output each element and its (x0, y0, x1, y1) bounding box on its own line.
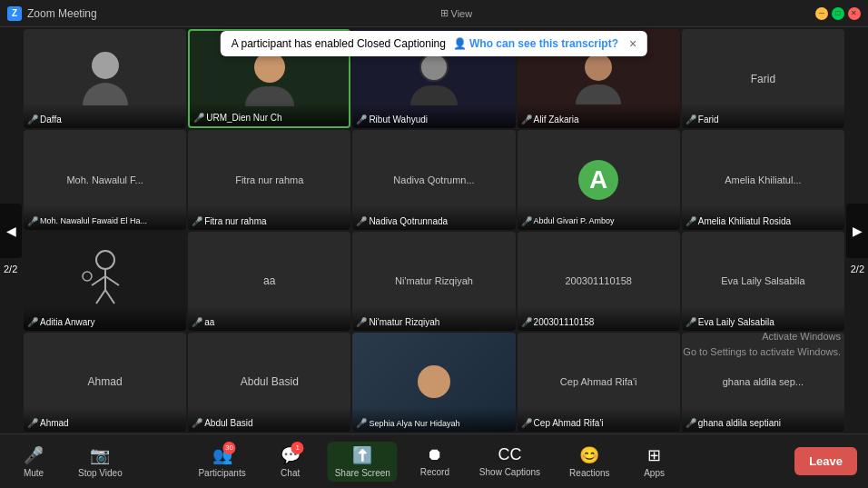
mic-muted-icon: 🎤 (27, 115, 38, 124)
video-grid: 🎤 Daffa 🎤 URM_Dien Nur Ch (0, 27, 868, 433)
apps-button[interactable]: ⊞ Apps (632, 442, 677, 482)
chat-badge: 1 (291, 442, 304, 454)
mic-icon: 🎤 (521, 216, 532, 226)
video-cell-sephia: 🎤 Sephia Alya Nur Hidayah (352, 333, 515, 432)
stop-video-label: Stop Video (78, 468, 123, 478)
apps-label: Apps (644, 468, 665, 478)
title-bar-left: Z Zoom Meeting (7, 6, 97, 21)
captions-label: Show Captions (479, 467, 540, 477)
notification-bar: A participant has enabled Closed Caption… (221, 31, 647, 56)
amelia-name: Amelia Khiliatul Rosida (698, 216, 791, 226)
captions-button[interactable]: CC Show Captions (472, 442, 547, 481)
video-cell-fitra: Fitra nur rahma 🎤 Fitra nur rahma (188, 130, 350, 229)
next-page-button[interactable]: ▶ (846, 204, 868, 258)
mic-icon: 🎤 (27, 216, 38, 226)
video-cell-nadiva: Nadiva Qotrumn... 🎤 Nadiva Qotrunnada (352, 130, 515, 229)
svg-point-0 (96, 251, 114, 269)
video-cell-abdul-basid: Abdul Basid 🎤 Abdul Basid (188, 333, 350, 432)
mic-icon: 🎤 (192, 418, 202, 428)
apps-icon: ⊞ (647, 445, 661, 465)
chat-button[interactable]: 💬 1 Chat (268, 442, 313, 482)
video-cell-eva: Eva Laily Salsabila 🎤 Eva Laily Salsabil… (682, 232, 844, 331)
mic-icon: 🎤 (27, 418, 38, 428)
farid-display-name: Farid (751, 73, 775, 85)
toolbar-right: Leave (794, 447, 857, 475)
num-display: 200301110158 (565, 275, 631, 286)
video-cell-num: 200301110158 🎤 200301110158 (518, 232, 680, 331)
leave-button[interactable]: Leave (794, 447, 857, 475)
mute-button[interactable]: 🎤 Mute (11, 442, 56, 482)
mic-icon: 🎤 (356, 418, 367, 428)
share-screen-button[interactable]: ⬆️ Share Screen (328, 442, 398, 482)
ribut-name: Ribut Wahyudi (369, 115, 428, 124)
video-cell-aa: aa 🎤 aa (188, 232, 350, 331)
ghana-display: ghana aldila sep... (723, 376, 804, 387)
aa-display: aa (263, 274, 275, 287)
fitra-display: Fitra nur rahma (235, 174, 303, 185)
main-content: ◀ 2/2 ▶ 2/2 🎤 Daffa (0, 27, 868, 433)
ghana-name: ghana aldila septiani (698, 418, 781, 428)
mic-icon: 🎤 (521, 418, 532, 428)
window-controls: ─ □ ✕ (815, 7, 861, 20)
svg-line-2 (92, 276, 105, 285)
share-label: Share Screen (335, 468, 390, 478)
chat-label: Chat (281, 468, 300, 478)
mic-icon: 🎤 (192, 216, 202, 226)
zoom-icon: Z (7, 6, 22, 21)
reactions-icon: 😊 (579, 445, 599, 465)
view-button[interactable]: ⊞ View (440, 7, 473, 19)
minimize-button[interactable]: ─ (815, 7, 828, 20)
video-cell-moh: Moh. Nawalul F... 🎤 Moh. Nawalul Fawaid … (24, 130, 186, 229)
grid-icon: ⊞ (440, 7, 449, 19)
page-indicator-right: 2/2 (851, 264, 864, 274)
svg-line-5 (105, 290, 114, 304)
mic-muted-icon: 🎤 (686, 115, 696, 124)
abdul-basid-name: Abdul Basid (204, 418, 252, 428)
video-cell-ahmad: Ahmad 🎤 Ahmad (24, 333, 186, 432)
ahmad-name: Ahmad (40, 418, 69, 428)
mic-muted-icon: 🎤 (521, 115, 532, 124)
prev-page-button[interactable]: ◀ (0, 204, 22, 258)
urm-name: URM_Dien Nur Ch (206, 113, 281, 123)
reactions-button[interactable]: 😊 Reactions (562, 442, 616, 482)
record-button[interactable]: ⏺ Record (412, 442, 458, 481)
nadiva-display: Nadiva Qotrumn... (393, 174, 474, 185)
fitra-name: Fitra nur rahma (204, 216, 266, 226)
svg-point-6 (83, 272, 92, 281)
moh-name: Moh. Nawalul Fawaid El Ha... (40, 216, 147, 225)
video-cell-nimatur: Ni'matur Rizqiyah 🎤 Ni'matur Rizqiyah (352, 232, 515, 331)
page-indicator-left: 2/2 (4, 264, 17, 274)
video-cell-aditia: 🎤 Aditia Anwary (24, 232, 186, 331)
daffa-name: Daffa (40, 115, 62, 124)
svg-line-4 (96, 290, 105, 304)
toolbar-left: 🎤 Mute 📷 Stop Video (11, 442, 130, 482)
video-cell-cep: Cep Ahmad Rifa'i 🎤 Cep Ahmad Rifa'i (518, 333, 680, 432)
num-name: 200301110158 (534, 317, 595, 327)
window-title: Zoom Meeting (27, 7, 97, 20)
participants-label: Participants (198, 468, 245, 478)
mic-icon: 🎤 (356, 216, 367, 226)
mute-label: Mute (24, 468, 44, 478)
captions-icon: CC (498, 445, 521, 464)
stop-video-button[interactable]: 📷 Stop Video (71, 442, 130, 482)
participants-button[interactable]: 👥 30 Participants (191, 442, 252, 482)
mic-muted-icon: 🎤 (356, 115, 367, 124)
activate-windows-watermark: Activate Windows Go to Settings to activ… (683, 329, 841, 361)
notification-close[interactable]: × (629, 36, 636, 51)
close-button[interactable]: ✕ (848, 7, 861, 20)
toolbar: 🎤 Mute 📷 Stop Video 👥 30 Participants 💬 … (0, 433, 868, 488)
maximize-button[interactable]: □ (832, 7, 844, 20)
transcript-link[interactable]: 👤 Who can see this transcript? (453, 37, 618, 50)
nimatur-display: Ni'matur Rizqiyah (395, 275, 473, 286)
record-label: Record (420, 467, 449, 477)
abdul-basid-display: Abdul Basid (241, 375, 299, 388)
cep-display: Cep Ahmad Rifa'i (560, 376, 637, 387)
mic-icon: 🎤 (24, 445, 44, 465)
mic-icon: 🎤 (686, 418, 696, 428)
mic-icon: 🎤 (521, 317, 532, 327)
aa-name: aa (204, 317, 214, 327)
nimatur-name: Ni'matur Rizqiyah (369, 317, 439, 327)
participants-icon: 👥 30 (212, 445, 232, 465)
cep-name: Cep Ahmad Rifa'i (534, 418, 604, 428)
farid-name: Farid (698, 115, 719, 124)
